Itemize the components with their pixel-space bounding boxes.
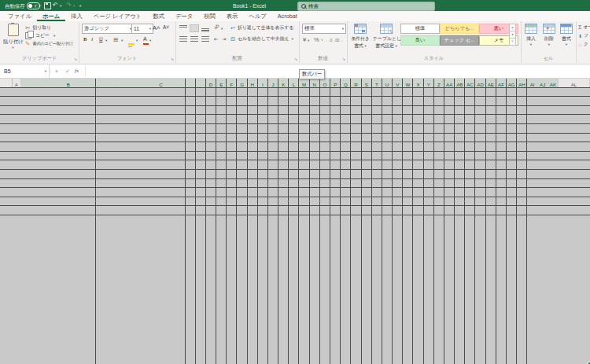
copy-button[interactable]: コピー ▾: [25, 32, 55, 39]
wrap-text-button[interactable]: ↩ 折り返して全体を表示する: [230, 24, 293, 31]
percent-icon[interactable]: %: [314, 36, 319, 43]
grow-font-icon[interactable]: A˄: [153, 24, 160, 31]
font-launcher-icon[interactable]: ↘: [170, 57, 174, 61]
tab-home-active[interactable]: ホーム: [37, 11, 65, 21]
formula-bar: B5 ▾ ⋮ × ✓ fx: [0, 64, 590, 79]
orientation-caret-icon[interactable]: ▾: [221, 27, 223, 31]
format-cells-button[interactable]: 書式 ▾: [558, 24, 575, 46]
font-color-button[interactable]: A: [143, 36, 147, 42]
tab-数式[interactable]: 数式: [147, 11, 170, 21]
conditional-formatting-icon: [354, 24, 367, 34]
currency-icon[interactable]: ¥: [303, 36, 306, 43]
styles-gallery-scroll[interactable]: ▴ ▾ ≡: [509, 24, 516, 46]
cell-style-chip[interactable]: チェック セ...: [440, 35, 479, 46]
group-editing: Σ オー ⬇ フィ ◇ ク: [576, 21, 590, 63]
fill-color-button[interactable]: ▱: [128, 36, 133, 50]
cell-style-chip[interactable]: 標準: [400, 24, 440, 34]
borders-caret-icon[interactable]: ▾: [121, 39, 123, 42]
clipboard-launcher-icon[interactable]: ↘: [73, 57, 77, 61]
copy-caret-icon: ▾: [53, 34, 55, 38]
cell-style-chip[interactable]: どちらでも...: [440, 24, 479, 34]
ribbon-tabs: ファイルホーム挿入ページ レイアウト数式データ校閲表示ヘルプAcrobat: [0, 11, 590, 21]
autosave-toggle[interactable]: オフ: [27, 2, 40, 9]
align-middle-icon[interactable]: [190, 25, 198, 31]
delete-cells-button[interactable]: × 削除 ▾: [540, 24, 558, 46]
align-bottom-icon[interactable]: [201, 25, 209, 31]
tab-Acrobat[interactable]: Acrobat: [272, 11, 303, 21]
gallery-down-icon[interactable]: ▾: [509, 31, 516, 39]
confirm-entry-icon[interactable]: ✓: [65, 64, 70, 78]
insert-cells-button[interactable]: 挿入 ▾: [522, 24, 540, 46]
formula-input[interactable]: [86, 64, 590, 78]
paste-icon: [8, 24, 19, 36]
merge-caret-icon: ▾: [292, 37, 293, 41]
search-input[interactable]: 検索: [297, 2, 435, 11]
undo-icon[interactable]: ↶: [53, 2, 58, 9]
fill-icon: ⬇: [578, 33, 582, 39]
group-alignment: ab ▾ ↩ 折り返して全体を表示する ⇤ ⇥ ⊟ セルを結合して中央揃え ▾ …: [175, 21, 300, 63]
wrap-text-icon: ↩: [230, 25, 235, 31]
selected-range-fill: [0, 88, 590, 364]
ribbon: 貼り付け ▾ ✂ 切り取り コピー ▾ ✎ 書式のコピー/貼り付け クリップボー…: [0, 21, 590, 64]
italic-button[interactable]: I: [91, 36, 93, 42]
format-as-table-icon: ✎: [380, 24, 393, 34]
tab-ファイル[interactable]: ファイル: [2, 11, 37, 21]
fill-color-caret-icon[interactable]: ▾: [136, 39, 138, 42]
font-size-select[interactable]: 11▾: [131, 24, 153, 34]
underline-button[interactable]: U: [99, 36, 103, 42]
increase-indent-icon[interactable]: ⇥: [222, 35, 226, 42]
gallery-up-icon[interactable]: ▴: [509, 24, 516, 31]
font-color-caret-icon[interactable]: ▾: [149, 39, 151, 42]
format-as-table-button[interactable]: ✎ テーブルとして 書式設定 ▾: [373, 24, 400, 50]
format-painter-button[interactable]: ✎ 書式のコピー/貼り付け: [25, 40, 73, 47]
qat-customize-icon[interactable]: ▾: [79, 4, 81, 8]
insert-function-icon[interactable]: fx: [75, 64, 79, 78]
align-center-icon[interactable]: [190, 36, 198, 42]
bold-button[interactable]: B: [83, 36, 87, 42]
tab-ヘルプ[interactable]: ヘルプ: [243, 11, 271, 21]
decrease-indent-icon[interactable]: ⇤: [214, 35, 218, 42]
autosave-state: オフ: [34, 4, 41, 8]
underline-caret-icon[interactable]: ▾: [105, 39, 107, 42]
cancel-entry-icon[interactable]: ×: [55, 64, 58, 78]
merge-center-button[interactable]: ⊟ セルを結合して中央揃え ▾: [230, 35, 293, 42]
comma-style-icon[interactable]: ,: [321, 35, 323, 42]
tab-挿入[interactable]: 挿入: [65, 11, 88, 21]
currency-caret-icon[interactable]: ▾: [308, 39, 309, 42]
font-name-select[interactable]: 游ゴシック▾: [82, 24, 134, 34]
insert-cells-icon: [525, 24, 537, 34]
alignment-launcher-icon[interactable]: ↘: [293, 57, 297, 61]
paste-button[interactable]: 貼り付け ▾: [3, 24, 23, 50]
decrease-decimal-icon[interactable]: .00→: [334, 37, 343, 44]
increase-decimal-icon[interactable]: ←.0: [326, 37, 332, 44]
tab-校閲[interactable]: 校閲: [198, 11, 221, 21]
fill-button[interactable]: ⬇ フィ: [578, 32, 590, 39]
align-top-icon[interactable]: [179, 25, 187, 31]
borders-icon[interactable]: ⊞: [113, 36, 118, 43]
save-icon[interactable]: [44, 2, 51, 9]
name-box[interactable]: B5 ▾: [0, 64, 50, 78]
orientation-icon[interactable]: ab: [213, 24, 220, 31]
title-bar: 自動保存 オフ ↶ ▾ ↷ ▾ ▾ Book1 - Excel 検索: [0, 0, 590, 11]
undo-caret-icon[interactable]: ▾: [60, 4, 61, 8]
bordered-range[interactable]: [0, 116, 538, 262]
group-styles: 条件付き 書式 ▾ ✎ テーブルとして 書式設定 ▾ 標準どちらでも...悪い良…: [347, 21, 522, 63]
clear-button[interactable]: ◇ ク: [578, 41, 588, 48]
align-left-icon[interactable]: [179, 36, 187, 42]
cell-style-chip[interactable]: 良い: [400, 35, 440, 46]
tab-ページ レイアウト[interactable]: ページ レイアウト: [88, 11, 148, 21]
shrink-font-icon[interactable]: A˅: [163, 24, 169, 30]
tab-表示[interactable]: 表示: [221, 11, 244, 21]
copy-icon: [25, 32, 31, 39]
autosum-button[interactable]: Σ オー: [578, 24, 590, 31]
search-icon: [301, 4, 306, 9]
gallery-more-icon[interactable]: ≡: [509, 39, 516, 46]
toggle-knob: [28, 4, 32, 8]
number-format-select[interactable]: 標準▾: [302, 24, 346, 34]
tab-データ[interactable]: データ: [170, 11, 198, 21]
paste-caret-icon: ▾: [3, 46, 23, 50]
align-right-icon[interactable]: [201, 36, 209, 42]
conditional-formatting-button[interactable]: 条件付き 書式 ▾: [349, 24, 371, 50]
number-launcher-icon[interactable]: ↘: [341, 57, 345, 61]
clear-icon: ◇: [578, 42, 582, 47]
